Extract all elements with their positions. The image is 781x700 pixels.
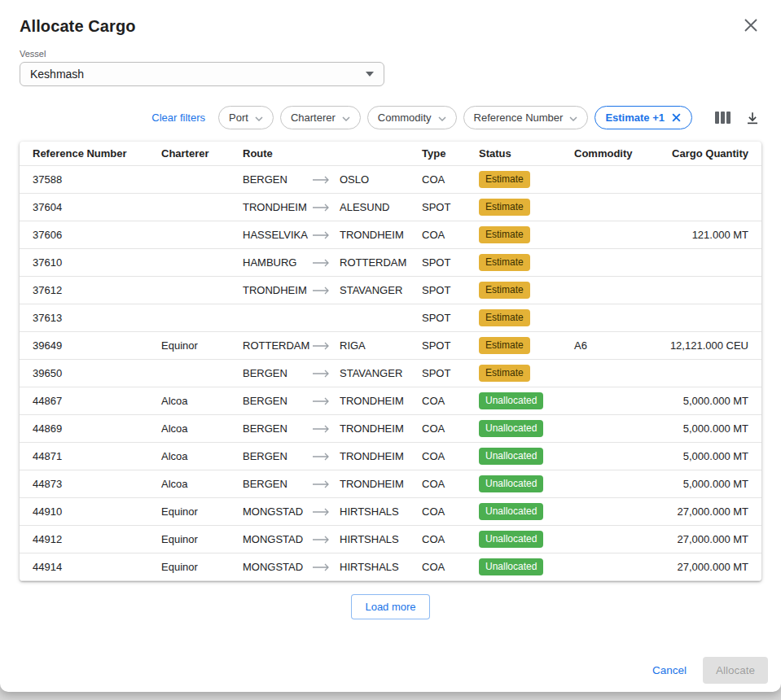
- status-badge: Unallocated: [479, 503, 543, 519]
- cell-type: SPOT: [422, 339, 479, 352]
- table-row[interactable]: 37613 SPOT Estimate: [20, 304, 761, 332]
- status-badge: Unallocated: [479, 475, 543, 492]
- route-arrow-icon: [312, 203, 330, 212]
- status-badge: Unallocated: [479, 531, 543, 547]
- route-destination: OSLO: [340, 173, 369, 186]
- status-badge: Unallocated: [479, 392, 543, 409]
- filter-chip[interactable]: Reference Number: [463, 106, 589, 129]
- column-header-commodity: Commodity: [574, 147, 664, 160]
- cell-type: SPOT: [422, 284, 479, 296]
- table-header-row: Reference Number Charterer Route Type St…: [20, 142, 761, 166]
- remove-filter-icon[interactable]: [671, 112, 682, 123]
- table-row[interactable]: 44914 Equinor MONGSTAD HIRTSHALS COA Una…: [20, 553, 761, 581]
- route-arrow-icon: [312, 453, 330, 461]
- cell-status: Unallocated: [479, 503, 574, 519]
- allocate-button[interactable]: Allocate: [703, 657, 768, 684]
- column-header-charterer: Charterer: [161, 147, 243, 160]
- table-row[interactable]: 37610 HAMBURG ROTTERDAM SPOT Estimate: [20, 249, 761, 277]
- route-arrow-icon: [312, 563, 330, 571]
- route-origin: BERGEN: [243, 478, 312, 490]
- load-more-button[interactable]: Load more: [351, 594, 429, 619]
- cell-route: HAMBURG ROTTERDAM: [243, 256, 422, 269]
- table-action-icons: [713, 109, 761, 127]
- cell-route: BERGEN TRONDHEIM: [243, 450, 422, 462]
- route-destination: ROTTERDAM: [340, 256, 406, 269]
- status-badge: Unallocated: [479, 448, 543, 464]
- filter-chips: Port Charterer Commodity Reference Numbe…: [218, 106, 692, 129]
- download-button[interactable]: [744, 109, 761, 127]
- table-row[interactable]: 37612 TRONDHEIM STAVANGER SPOT Estimate: [20, 277, 761, 304]
- cell-status: Estimate: [479, 254, 574, 270]
- table-row[interactable]: 39649 Equinor ROTTERDAM RIGA SPOT Estima…: [20, 332, 761, 360]
- route-origin: TRONDHEIM: [243, 284, 312, 296]
- filter-chip[interactable]: Port: [218, 106, 274, 129]
- cell-reference-number: 44869: [33, 422, 161, 435]
- cell-reference-number: 44873: [33, 478, 161, 490]
- vessel-select[interactable]: Keshmash: [20, 62, 384, 86]
- cell-type: COA: [422, 422, 479, 435]
- table-row[interactable]: 44910 Equinor MONGSTAD HIRTSHALS COA Una…: [20, 498, 761, 526]
- table-row[interactable]: 44873 Alcoa BERGEN TRONDHEIM COA Unalloc…: [20, 470, 761, 498]
- table-row[interactable]: 37606 HASSELVIKA TRONDHEIM COA Estimate …: [20, 221, 761, 249]
- status-badge: Estimate: [479, 282, 530, 298]
- close-button[interactable]: [740, 15, 761, 36]
- chevron-down-icon: [366, 72, 374, 77]
- table-row[interactable]: 37604 TRONDHEIM ALESUND SPOT Estimate: [20, 194, 761, 221]
- table-row[interactable]: 44871 Alcoa BERGEN TRONDHEIM COA Unalloc…: [20, 443, 761, 470]
- route-arrow-icon: [312, 342, 330, 350]
- cell-reference-number: 39649: [33, 339, 161, 352]
- cell-route: [243, 314, 422, 322]
- cell-type: SPOT: [422, 312, 479, 324]
- route-origin: BERGEN: [243, 173, 312, 186]
- dialog-footer: Cancel Allocate: [644, 657, 768, 684]
- filter-chip[interactable]: Commodity: [367, 106, 457, 129]
- cell-reference-number: 37612: [33, 284, 161, 296]
- status-badge: Estimate: [479, 171, 530, 187]
- chevron-down-icon: [255, 112, 263, 124]
- download-icon: [745, 111, 760, 125]
- vessel-field: Vessel Keshmash: [20, 49, 384, 86]
- columns-icon: [715, 111, 731, 125]
- table-row[interactable]: 44869 Alcoa BERGEN TRONDHEIM COA Unalloc…: [20, 415, 761, 443]
- route-destination: STAVANGER: [340, 284, 402, 296]
- table-row[interactable]: 37588 BERGEN OSLO COA Estimate: [20, 166, 761, 194]
- table-row[interactable]: 44912 Equinor MONGSTAD HIRTSHALS COA Una…: [20, 526, 761, 553]
- route-arrow-icon: [312, 425, 330, 433]
- route-origin: MONGSTAD: [243, 505, 312, 518]
- route-origin: TRONDHEIM: [243, 201, 312, 213]
- cell-type: COA: [422, 173, 479, 186]
- cancel-button[interactable]: Cancel: [644, 658, 695, 683]
- filter-chip[interactable]: Charterer: [280, 106, 361, 129]
- cell-reference-number: 37610: [33, 256, 161, 269]
- cell-cargo-quantity: 12,121.000 CEU: [664, 339, 748, 352]
- cell-reference-number: 44912: [33, 533, 161, 545]
- filter-chip[interactable]: Estimate +1: [595, 106, 692, 129]
- filter-chip-label: Commodity: [378, 112, 432, 124]
- route-origin: MONGSTAD: [243, 533, 312, 545]
- route-destination: TRONDHEIM: [340, 422, 404, 435]
- route-arrow-icon: [312, 397, 330, 405]
- cell-status: Estimate: [479, 282, 574, 298]
- cell-cargo-quantity: 5,000.000 MT: [664, 450, 748, 462]
- table-row[interactable]: 44867 Alcoa BERGEN TRONDHEIM COA Unalloc…: [20, 387, 761, 415]
- status-badge: Estimate: [479, 199, 530, 215]
- cargo-table: Reference Number Charterer Route Type St…: [20, 142, 761, 581]
- cell-type: COA: [422, 505, 479, 518]
- route-destination: TRONDHEIM: [340, 450, 404, 462]
- columns-button[interactable]: [713, 109, 732, 126]
- route-origin: MONGSTAD: [243, 561, 312, 573]
- cell-status: Estimate: [479, 309, 574, 326]
- cell-reference-number: 44910: [33, 505, 161, 518]
- clear-filters-link[interactable]: Clear filters: [151, 112, 205, 124]
- table-row[interactable]: 39650 BERGEN STAVANGER SPOT Estimate: [20, 360, 761, 387]
- route-destination: TRONDHEIM: [340, 395, 404, 407]
- route-arrow-icon: [312, 231, 330, 239]
- vessel-selected-value: Keshmash: [30, 68, 84, 81]
- route-arrow-icon: [312, 536, 330, 544]
- cell-type: SPOT: [422, 256, 479, 269]
- cell-type: SPOT: [422, 201, 479, 213]
- column-header-status: Status: [479, 147, 574, 160]
- cell-charterer: Alcoa: [161, 395, 243, 407]
- cell-charterer: Alcoa: [161, 422, 243, 435]
- chevron-down-icon: [342, 112, 350, 124]
